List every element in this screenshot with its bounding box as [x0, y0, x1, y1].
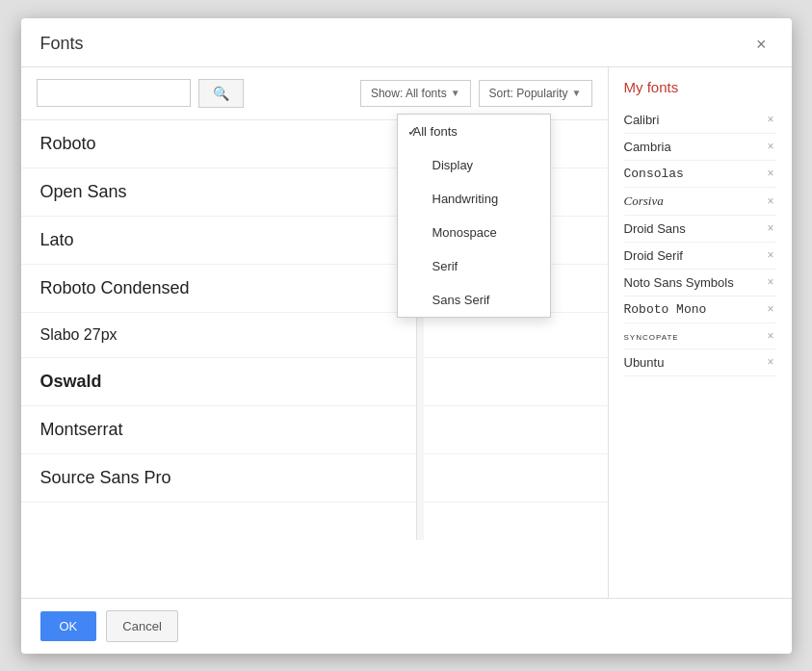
left-panel: 🔍 Show: All fonts ▼ Sort: Popularity ▼ A… — [21, 67, 609, 598]
remove-corsiva-button[interactable]: × — [765, 194, 775, 208]
my-font-name: Consolas — [624, 167, 684, 181]
show-filter-label: Show: All fonts — [371, 87, 447, 100]
font-name: Roboto — [40, 134, 96, 153]
dropdown-item-display[interactable]: Display — [398, 148, 550, 182]
my-font-item-droid-serif: Droid Serif × — [624, 243, 776, 270]
remove-noto-sans-button[interactable]: × — [765, 275, 775, 289]
my-font-item-cambria: Cambria × — [624, 134, 776, 161]
my-font-name: Droid Serif — [624, 248, 683, 263]
dialog-body: 🔍 Show: All fonts ▼ Sort: Popularity ▼ A… — [21, 67, 792, 598]
filter-controls: Show: All fonts ▼ Sort: Popularity ▼ — [360, 80, 592, 107]
show-filter-button[interactable]: Show: All fonts ▼ — [360, 80, 471, 107]
font-name: Roboto Condensed — [40, 278, 190, 297]
cancel-button[interactable]: Cancel — [106, 610, 177, 642]
show-filter-dropdown: All fonts Display Handwriting Monospace … — [397, 114, 551, 318]
remove-consolas-button[interactable]: × — [765, 167, 775, 180]
remove-roboto-mono-button[interactable]: × — [765, 302, 775, 316]
font-name: Oswald — [40, 372, 102, 391]
close-button[interactable]: × — [750, 34, 773, 55]
font-name: Montserrat — [40, 420, 123, 439]
font-item-oswald[interactable]: Oswald — [21, 358, 608, 406]
remove-droid-sans-button[interactable]: × — [765, 221, 775, 235]
my-font-item-corsiva: Corsiva × — [624, 188, 776, 216]
dropdown-item-all-fonts[interactable]: All fonts — [398, 115, 550, 148]
search-input[interactable] — [37, 79, 191, 107]
remove-droid-serif-button[interactable]: × — [765, 248, 775, 262]
my-font-name: Droid Sans — [624, 221, 686, 236]
font-name: Slabo 27px — [40, 326, 118, 343]
my-font-name: Calibri — [624, 113, 660, 127]
sort-filter-label: Sort: Popularity — [489, 87, 568, 100]
show-filter-arrow-icon: ▼ — [451, 88, 460, 98]
my-font-item-syncopate: syncopate × — [624, 323, 776, 349]
my-font-item-consolas: Consolas × — [624, 161, 776, 188]
dialog-header: Fonts × — [21, 18, 792, 67]
dropdown-item-handwriting[interactable]: Handwriting — [398, 182, 550, 216]
sort-filter-arrow-icon: ▼ — [572, 88, 582, 98]
sort-filter-button[interactable]: Sort: Popularity ▼ — [479, 80, 592, 107]
my-font-item-calibri: Calibri × — [624, 107, 776, 134]
search-bar: 🔍 Show: All fonts ▼ Sort: Popularity ▼ — [21, 67, 608, 119]
dropdown-item-sans-serif[interactable]: Sans Serif — [398, 283, 550, 317]
my-fonts-title: My fonts — [624, 79, 776, 95]
fonts-dialog: Fonts × 🔍 Show: All fonts ▼ Sort: Popula… — [21, 18, 792, 654]
ok-button[interactable]: OK — [40, 611, 97, 641]
dialog-footer: OK Cancel — [21, 598, 792, 654]
font-item-montserrat[interactable]: Montserrat — [21, 406, 608, 454]
remove-ubuntu-button[interactable]: × — [765, 355, 775, 369]
dialog-title: Fonts — [40, 34, 84, 54]
search-button[interactable]: 🔍 — [198, 79, 244, 108]
font-name: Lato — [40, 230, 74, 249]
font-name: Source Sans Pro — [40, 468, 171, 487]
my-font-item-roboto-mono: Roboto Mono × — [624, 297, 776, 323]
my-font-name: Roboto Mono — [624, 302, 707, 317]
my-font-item-noto-sans: Noto Sans Symbols × — [624, 270, 776, 297]
my-font-name: syncopate — [624, 329, 679, 343]
my-font-name: Corsiva — [624, 194, 664, 209]
font-item-source-sans-pro[interactable]: Source Sans Pro — [21, 454, 608, 503]
remove-cambria-button[interactable]: × — [765, 140, 775, 153]
remove-calibri-button[interactable]: × — [765, 113, 775, 126]
search-icon: 🔍 — [213, 86, 229, 101]
my-font-name: Ubuntu — [624, 355, 665, 370]
font-item-slabo[interactable]: Slabo 27px — [21, 313, 608, 358]
remove-syncopate-button[interactable]: × — [765, 329, 775, 343]
font-name: Open Sans — [40, 182, 127, 201]
right-panel: My fonts Calibri × Cambria × Consolas × … — [609, 67, 792, 598]
dropdown-item-monospace[interactable]: Monospace — [398, 216, 550, 249]
my-font-item-droid-sans: Droid Sans × — [624, 216, 776, 243]
my-font-item-ubuntu: Ubuntu × — [624, 349, 776, 376]
my-font-name: Noto Sans Symbols — [624, 275, 734, 290]
my-font-name: Cambria — [624, 140, 671, 154]
dropdown-item-serif[interactable]: Serif — [398, 249, 550, 283]
